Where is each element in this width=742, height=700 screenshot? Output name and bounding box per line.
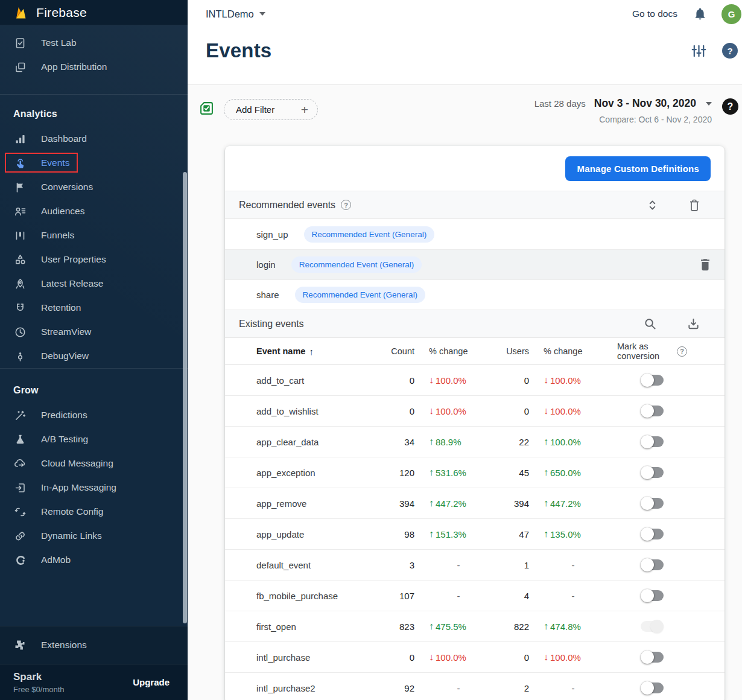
mark-as-conversion-toggle[interactable]	[641, 651, 664, 664]
event-name[interactable]: app_clear_data	[256, 437, 377, 447]
extensions-icon	[14, 639, 26, 651]
mark-as-conversion-toggle[interactable]	[641, 435, 664, 448]
page-header: Events ?	[188, 28, 742, 84]
sidebar-item-dashboard[interactable]: Dashboard	[0, 127, 188, 151]
event-name[interactable]: first_open	[256, 622, 377, 632]
table-row: app_clear_data 34 ↑88.9% 22 ↑100.0%	[225, 427, 725, 457]
sidebar-item-retention[interactable]: Retention	[0, 296, 188, 320]
event-name[interactable]: app_exception	[256, 468, 377, 478]
sidebar-item-user-properties[interactable]: User Properties	[0, 247, 188, 272]
search-icon[interactable]	[643, 317, 657, 331]
sidebar-item-in-app-messaging[interactable]: In-App Messaging	[0, 476, 188, 500]
mark-as-conversion-toggle[interactable]	[641, 589, 664, 602]
chevron-down-icon	[259, 12, 265, 16]
count-change: ↓100.0%	[414, 375, 503, 386]
mark-as-conversion-toggle[interactable]	[641, 681, 664, 695]
in-app-messaging-icon	[14, 482, 26, 494]
mark-as-conversion-toggle[interactable]	[641, 404, 664, 418]
users-change: ↑474.8%	[529, 621, 617, 632]
sidebar-item-test-lab[interactable]: Test Lab	[0, 31, 188, 55]
recommended-event-row[interactable]: share Recommended Event (General)	[225, 279, 725, 310]
event-name[interactable]: default_event	[256, 560, 377, 570]
event-users: 0	[503, 375, 529, 386]
event-name[interactable]: app_update	[256, 529, 377, 539]
users-change: -	[529, 560, 617, 570]
delete-section-icon[interactable]	[688, 199, 700, 212]
brand-name: Firebase	[36, 5, 87, 20]
up-arrow-icon: ↑	[429, 467, 434, 478]
project-name: INTLDemo	[206, 8, 254, 20]
events-card: Manage Custom Definitions Recommended ev…	[225, 146, 725, 700]
sort-ascending-icon[interactable]: ↑	[309, 346, 314, 357]
download-icon[interactable]	[687, 317, 700, 331]
user-avatar[interactable]: G	[721, 4, 741, 24]
mark-as-conversion-toggle[interactable]	[641, 497, 664, 510]
firebase-logo[interactable]: Firebase	[0, 0, 188, 25]
event-name[interactable]: intl_purchase2	[256, 683, 377, 693]
conversions-icon	[14, 181, 26, 193]
event-name[interactable]: fb_mobile_purchase	[256, 591, 377, 601]
mark-as-conversion-toggle[interactable]	[641, 620, 664, 633]
sidebar-item-dynamic-links[interactable]: Dynamic Links	[0, 524, 188, 548]
mark-as-conversion-toggle[interactable]	[641, 527, 664, 541]
sidebar-scrollbar-thumb[interactable]	[183, 172, 187, 623]
column-event-name[interactable]: Event name	[256, 346, 305, 356]
add-filter-label: Add Filter	[236, 104, 274, 115]
table-row: intl_purchase 0 ↓100.0% 0 ↓100.0%	[225, 642, 725, 673]
sidebar-item-a-b-testing[interactable]: A/B Testing	[0, 427, 188, 451]
sidebar-item-latest-release[interactable]: Latest Release	[0, 272, 188, 296]
event-name[interactable]: add_to_cart	[256, 375, 377, 386]
mark-as-conversion-toggle[interactable]	[641, 558, 664, 571]
sidebar-item-funnels[interactable]: Funnels	[0, 223, 188, 247]
date-help-icon[interactable]: ?	[722, 98, 738, 115]
sidebar-item-cloud-messaging[interactable]: Cloud Messaging	[0, 451, 188, 476]
sidebar-item-events[interactable]: Events	[0, 151, 188, 175]
customize-report-icon[interactable]	[691, 43, 706, 59]
go-to-docs-link[interactable]: Go to docs	[632, 8, 677, 19]
recommended-event-row[interactable]: sign_up Recommended Event (General)	[225, 219, 725, 249]
event-users: 0	[503, 652, 529, 663]
date-range-selector[interactable]: Last 28 days Nov 3 - Nov 30, 2020	[534, 97, 712, 110]
event-name[interactable]: add_to_wishlist	[256, 406, 377, 416]
unfold-sort-icon[interactable]	[646, 199, 659, 212]
event-name[interactable]: intl_purchase	[256, 652, 377, 663]
mark-as-conversion-toggle[interactable]	[641, 374, 664, 387]
project-switcher[interactable]: INTLDemo	[206, 8, 265, 20]
users-change: ↑447.2%	[529, 498, 617, 509]
sidebar-item-audiences[interactable]: Audiences	[0, 199, 188, 223]
sidebar-item-app-distribution[interactable]: App Distribution	[0, 55, 188, 79]
app-distribution-icon	[14, 61, 26, 73]
table-row: add_to_wishlist 0 ↓100.0% 0 ↓100.0%	[225, 396, 725, 427]
event-users: 394	[503, 498, 529, 509]
recommended-events-help-icon[interactable]: ?	[341, 200, 351, 210]
help-icon[interactable]: ?	[722, 43, 738, 59]
event-name[interactable]: app_remove	[256, 498, 377, 509]
notifications-bell-icon[interactable]	[694, 7, 706, 21]
sidebar-item-debugview[interactable]: DebugView	[0, 344, 188, 368]
add-filter-button[interactable]: Add Filter +	[224, 99, 318, 120]
delete-event-icon[interactable]	[700, 258, 711, 271]
mark-as-conversion-help-icon[interactable]: ?	[677, 346, 687, 357]
firebase-flame-icon	[13, 5, 27, 21]
sidebar-item-streamview[interactable]: StreamView	[0, 320, 188, 344]
plan-price: Free $0/month	[13, 685, 65, 694]
event-count: 3	[377, 560, 414, 570]
plan-name: Spark	[13, 671, 65, 683]
recommended-events-title: Recommended events	[239, 200, 335, 211]
upgrade-button[interactable]: Upgrade	[133, 677, 170, 687]
manage-custom-definitions-button[interactable]: Manage Custom Definitions	[565, 156, 711, 181]
mark-as-conversion-toggle[interactable]	[641, 466, 664, 479]
event-count: 0	[377, 652, 414, 663]
recommended-event-row[interactable]: login Recommended Event (General)	[225, 249, 725, 279]
recommended-event-chip: Recommended Event (General)	[295, 287, 426, 303]
debugview-icon	[14, 350, 26, 362]
sidebar-item-predictions[interactable]: Predictions	[0, 403, 188, 427]
recommended-events-list: sign_up Recommended Event (General) logi…	[225, 219, 725, 310]
sidebar-item-admob[interactable]: AdMob	[0, 548, 188, 572]
audiences-icon	[14, 205, 26, 217]
extensions-section: Extensions	[0, 626, 188, 664]
sidebar-item-conversions[interactable]: Conversions	[0, 175, 188, 199]
sidebar-item-extensions[interactable]: Extensions	[0, 633, 188, 657]
sidebar-item-remote-config[interactable]: Remote Config	[0, 500, 188, 524]
recommended-event-name: login	[256, 259, 276, 270]
